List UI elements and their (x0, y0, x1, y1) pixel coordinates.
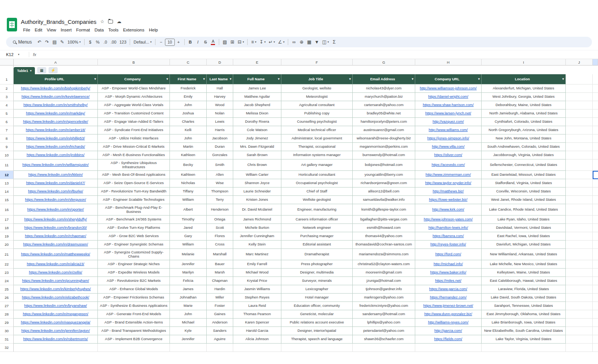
column-header-full-name[interactable]: Full Name▾ (233, 74, 281, 84)
menus-search[interactable]: Menus (9, 38, 36, 46)
cell-link[interactable]: http://williams-reyes.com/ (428, 320, 469, 325)
cell-B10[interactable]: ASP - Mesh E-Business Functionalities (98, 151, 170, 159)
cell-B30[interactable]: ASP - Brand Transparent Methodologies (98, 327, 170, 335)
row-number-27[interactable]: 27 (0, 302, 14, 310)
cell-B8[interactable]: ASP - Utilize Holistic Interfaces (98, 134, 170, 143)
cell-I13[interactable]: Staffordland, Virginia, United States (482, 179, 566, 187)
cell-A4[interactable]: https://www.linkedin.com/in/smithshelby/ (14, 101, 98, 109)
cell-link[interactable]: https://jones-simpson.info/ (427, 136, 469, 141)
cell-H24[interactable]: https://miles.net/ (415, 277, 482, 285)
cell-D19[interactable]: Flores (207, 232, 233, 241)
cell-G4[interactable]: cartersarah@yahoo.com (353, 101, 415, 109)
cell-B26[interactable]: ASP - Empower Frictionless Schemas (98, 294, 170, 302)
cell-C26[interactable]: Johnathan (170, 294, 207, 302)
cell-G9[interactable]: meganmorrison@perkins.com (353, 143, 415, 151)
cell-G13[interactable]: richardsonjenna@green.com (353, 179, 415, 187)
cell-B31[interactable]: ASP - Implement B2B Convergence (98, 335, 170, 344)
row-number-29[interactable]: 29 (0, 319, 14, 327)
cell-J16[interactable] (566, 204, 593, 216)
cell-F17[interactable]: Careers information officer (281, 216, 353, 224)
cell-G3[interactable]: marychurch@patton.biz (353, 93, 415, 101)
cell-C7[interactable]: Kelli (170, 126, 207, 134)
cell-E28[interactable]: Thomas Pearson (233, 310, 281, 319)
cell-H28[interactable]: http://www.dunn-gonzalez.biz/ (415, 310, 482, 319)
cell-C12[interactable]: Kathleen (170, 171, 207, 179)
cell-K6[interactable] (593, 118, 598, 126)
cell-G27[interactable]: frederickmcintyre@yahoo.com (353, 302, 415, 310)
cell-link[interactable]: https://www.linkedin.com/in/amber18/ (26, 128, 85, 132)
cell-K22[interactable] (593, 260, 598, 269)
cell-H30[interactable]: http://garcia.com/ (415, 327, 482, 335)
cell-G31[interactable]: shawn36@schaefer.com (353, 335, 415, 344)
row-number-5[interactable]: 5 (0, 109, 14, 118)
cell-link[interactable]: https://www.linkedin.com/in/megangreen/ (23, 312, 88, 316)
cell-H31[interactable]: https://fields.com/ (415, 335, 482, 344)
cell-G32[interactable] (353, 344, 415, 352)
column-header-first-name[interactable]: First Name▾ (170, 74, 207, 84)
bold-button[interactable]: B (187, 38, 194, 46)
cell-link[interactable]: https://www.linkedin.com/in/alicia23/ (27, 262, 85, 266)
cell-A11[interactable]: https://www.linkedin.com/in/williamsjust… (14, 159, 98, 171)
cell-link[interactable]: https://ford.com/ (435, 252, 461, 256)
cell-I9[interactable]: South Andrewhaven, Colorado, United Stat… (482, 143, 566, 151)
percent-format-button[interactable]: % (94, 38, 102, 46)
cell-D15[interactable]: Terry (207, 196, 233, 204)
column-header-I[interactable]: I (482, 59, 566, 66)
cell-H26[interactable]: https://hernandez.com/ (415, 294, 482, 302)
row-number-14[interactable]: 14 (0, 187, 14, 196)
row-number-9[interactable]: 9 (0, 143, 14, 151)
column-header-F[interactable]: F (281, 59, 353, 66)
column-header-A[interactable]: A (14, 59, 98, 66)
cell-C16[interactable]: Albert (170, 204, 207, 216)
cell-C18[interactable]: Jared (170, 224, 207, 232)
cell-H7[interactable]: http://www.williams.com/ (415, 126, 482, 134)
cell-F18[interactable]: Network engineer (281, 224, 353, 232)
cell-D25[interactable]: Hardin (207, 285, 233, 294)
cell-E29[interactable]: Karen Spencer (233, 319, 281, 327)
decrease-decimal-button[interactable]: .0 (102, 38, 109, 46)
cell-A24[interactable]: https://www.linkedin.com/in/pcunningham/ (14, 277, 98, 285)
row-number-21[interactable]: 21 (0, 249, 14, 260)
cell-G28[interactable]: sandersamy@hotmail.com (353, 310, 415, 319)
cell-E23[interactable]: Michael Wood (233, 269, 281, 277)
cell-link[interactable]: https://www.linkedin.com/in/phillip53/ (26, 136, 85, 141)
cell-K28[interactable] (593, 310, 598, 319)
cell-F9[interactable]: Therapist, occupational (281, 143, 353, 151)
decrease-font-size-button[interactable]: − (157, 38, 165, 46)
cell-B15[interactable]: ASP - Engineer Scalable Technologies (98, 196, 170, 204)
cell-E4[interactable]: Jacob Shepherd (233, 101, 281, 109)
row-number-26[interactable]: 26 (0, 294, 14, 302)
cell-F29[interactable]: Public relations account executive (281, 319, 353, 327)
cell-J31[interactable] (566, 335, 593, 344)
cell-J11[interactable] (566, 159, 593, 171)
cell-A25[interactable]: https://www.linkedin.com/in/kimberlyhugh… (14, 285, 98, 294)
cell-link[interactable]: https://acevedo.com/ (432, 163, 465, 167)
cell-link[interactable]: https://www.linkedin.com/in/pcunningham/ (22, 279, 89, 283)
row-number-19[interactable]: 19 (0, 232, 14, 241)
column-header-B[interactable]: B (98, 59, 170, 66)
cell-E14[interactable]: Laurie Schneider (233, 187, 281, 196)
cell-K7[interactable] (593, 126, 598, 134)
cell-D11[interactable]: Smith (207, 159, 233, 171)
cell-K14[interactable] (593, 187, 598, 196)
cell-G29[interactable]: lphillips@yahoo.com (353, 319, 415, 327)
cell-link[interactable]: https://www.linkedin.com/in/vasquezangel… (21, 320, 90, 325)
cell-link[interactable]: https://www.linkedin.com/in/matthewweeks… (21, 252, 90, 256)
cell-H22[interactable]: http://michael.info/ (415, 260, 482, 269)
cell-I32[interactable] (482, 344, 566, 352)
select-all-corner[interactable] (0, 59, 14, 66)
cell-H21[interactable]: https://ford.com/ (415, 249, 482, 260)
cell-C11[interactable]: Becky (170, 159, 207, 171)
cell-link[interactable]: http://www.taylor-snyder.info/ (425, 181, 471, 185)
cell-F25[interactable]: Lexicographer (281, 285, 353, 294)
cell-D17[interactable]: Ortega (207, 216, 233, 224)
cell-link[interactable]: https://www.linkedin.com/in/brandon30/ (24, 226, 87, 230)
cell-E17[interactable]: James Richmond (233, 216, 281, 224)
cell-J8[interactable] (566, 134, 593, 143)
cell-J26[interactable] (566, 294, 593, 302)
row-number-10[interactable]: 10 (0, 151, 14, 159)
cell-G25[interactable]: tjohnson@gardner.info (353, 285, 415, 294)
row-number-11[interactable]: 11 (0, 159, 14, 171)
cell-link[interactable]: https://www.linkedin.com/in/kevinlawrenc… (22, 95, 90, 99)
cell-E5[interactable]: Melissa Dixon (233, 109, 281, 118)
